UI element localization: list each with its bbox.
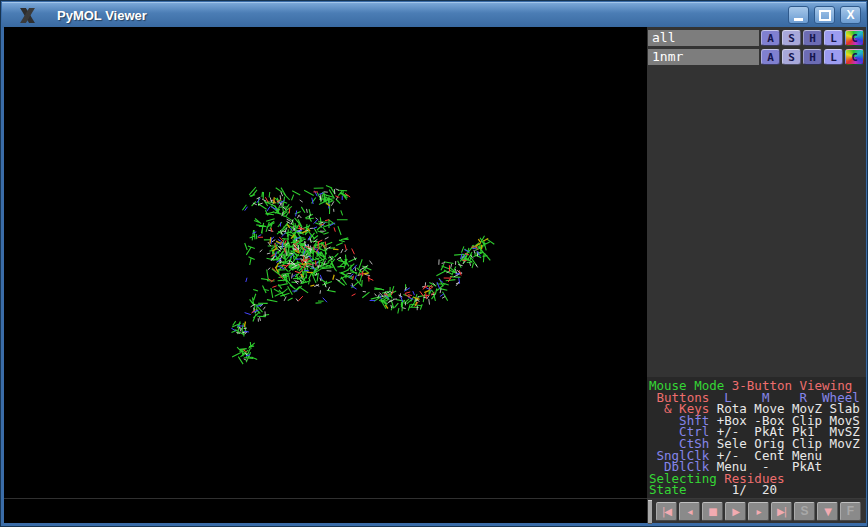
scene-button[interactable]: S (794, 502, 815, 521)
menu-down-icon: ▼ (824, 506, 831, 517)
stop-button[interactable]: ■ (702, 502, 723, 521)
close-icon: X (846, 9, 854, 21)
window-title: PyMOL Viewer (57, 3, 147, 28)
label-menu-button[interactable]: L (824, 30, 843, 46)
menu-down-button[interactable]: ▼ (817, 502, 838, 521)
color-menu-button[interactable]: C (845, 30, 864, 46)
play-button[interactable]: ▶ (725, 502, 746, 521)
step-forward-icon: ▸ (756, 506, 760, 517)
fast-forward-icon: ▶| (777, 506, 786, 517)
fullscreen-label: F (847, 504, 854, 518)
object-name-1nmr[interactable]: 1nmr (648, 49, 759, 65)
show-menu-button[interactable]: S (782, 49, 801, 65)
object-row-1nmr: 1nmr A S H L C (648, 49, 864, 65)
minimize-icon (794, 18, 803, 21)
close-button[interactable]: X (840, 6, 861, 24)
command-input[interactable]: PyMOL>set state_counter_mode, 0_ (4, 498, 647, 523)
play-icon: ▶ (732, 506, 739, 517)
fullscreen-button[interactable]: F (840, 502, 861, 521)
step-back-icon: ◂ (687, 506, 691, 517)
rewind-icon: |◀ (662, 506, 671, 517)
mouse-mode-panel: Mouse Mode 3-Button Viewing Buttons L M … (647, 377, 866, 498)
resize-grip[interactable] (648, 500, 652, 524)
maximize-icon (819, 10, 831, 21)
3d-viewport[interactable] (4, 27, 647, 498)
scene-label: S (800, 504, 808, 518)
title-bar[interactable]: PyMOL Viewer X (2, 2, 866, 28)
window-controls: X (788, 6, 861, 24)
step-back-button[interactable]: ◂ (679, 502, 700, 521)
object-name-all[interactable]: all (648, 30, 759, 46)
hide-menu-button[interactable]: H (803, 30, 822, 46)
show-menu-button[interactable]: S (782, 30, 801, 46)
transport-bar: |◀ ◂ ■ ▶ ▸ ▶| S ▼ F (647, 498, 866, 523)
state-row: State 1/ 20 (649, 484, 866, 496)
x11-logo-icon[interactable] (19, 7, 36, 24)
minimize-button[interactable] (788, 6, 809, 24)
molecule-1nmr (4, 27, 647, 498)
color-menu-button[interactable]: C (845, 49, 864, 65)
stop-icon: ■ (708, 506, 716, 517)
rewind-button[interactable]: |◀ (656, 502, 677, 521)
action-menu-button[interactable]: A (761, 30, 780, 46)
pymol-window: PyMOL Viewer X all A S H (0, 0, 868, 527)
hide-menu-button[interactable]: H (803, 49, 822, 65)
object-row-all: all A S H L C (648, 30, 864, 46)
step-forward-button[interactable]: ▸ (748, 502, 769, 521)
action-menu-button[interactable]: A (761, 49, 780, 65)
maximize-button[interactable] (814, 6, 835, 24)
label-menu-button[interactable]: L (824, 49, 843, 65)
fast-forward-button[interactable]: ▶| (771, 502, 792, 521)
object-panel: all A S H L C 1nmr A S H L C Mouse Mode … (647, 27, 866, 498)
